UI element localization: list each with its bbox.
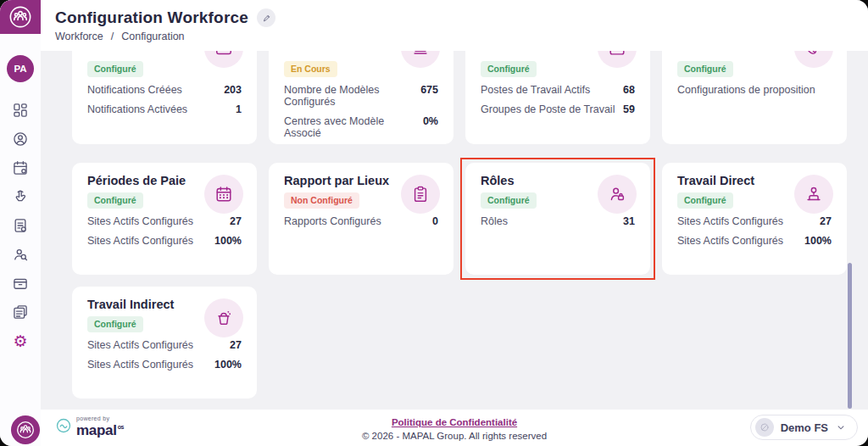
card-periodes-paie[interactable]: Périodes de Paie Configuré Sites Actifs …	[72, 163, 257, 275]
edit-title-button[interactable]	[257, 8, 275, 27]
stat-row: Postes de Travail Actifs 68	[481, 84, 635, 96]
sidebar-item-documents[interactable]	[11, 303, 30, 321]
stat-row: Sites Actifs Configurés 100%	[87, 359, 242, 371]
card-travail-direct[interactable]: Travail Direct Configuré Sites Actifs Co…	[662, 163, 847, 275]
dashboard-icon	[12, 102, 29, 119]
status-badge: Configuré	[87, 316, 143, 332]
sidebar-item-archive[interactable]	[11, 274, 30, 293]
status-badge: En Cours	[284, 61, 337, 77]
status-badge: Configuré	[677, 61, 733, 77]
bucket-icon	[204, 298, 243, 337]
app-window: PA	[0, 0, 868, 446]
breadcrumb-workforce[interactable]: Workforce	[55, 31, 103, 42]
breadcrumb: Workforce / Configuration	[55, 31, 868, 42]
bell-icon	[401, 51, 440, 68]
chevron-down-icon	[835, 421, 847, 433]
status-badge: Non Configuré	[284, 192, 359, 209]
mapal-logo-icon[interactable]	[0, 0, 41, 34]
breadcrumb-configuration: Configuration	[121, 31, 184, 42]
gear-icon: ⚙	[13, 333, 27, 349]
mapal-avatar-icon[interactable]	[11, 415, 40, 444]
status-badge: Configuré	[481, 192, 537, 209]
whisk-icon	[794, 51, 833, 68]
sidebar-item-people-search[interactable]	[11, 245, 30, 264]
card-notifications[interactable]: Configuré Notifications Créées 203 Notif…	[72, 51, 257, 144]
sidebar-item-settings[interactable]: ⚙	[11, 332, 30, 350]
page-title: Configuration Workforce	[55, 8, 248, 27]
sidebar: PA	[0, 0, 41, 446]
archive-icon	[12, 275, 29, 292]
tenant-selector[interactable]: Demo FS	[750, 415, 858, 440]
copyright-text: © 2026 - MAPAL Group. All rights reserve…	[41, 431, 868, 441]
card-modeles[interactable]: En Cours Nombre de Modèles Configurés 67…	[269, 51, 453, 144]
stat-row: Sites Actifs Configurés 100%	[677, 235, 832, 247]
card-propositions[interactable]: Configuré Configurations de proposition	[662, 51, 847, 144]
card-postes-travail[interactable]: Configuré Postes de Travail Actifs 68 Gr…	[465, 51, 650, 144]
tenant-logo-placeholder-icon	[755, 418, 774, 437]
page-header: Configuration Workforce Workforce / Conf…	[41, 0, 868, 51]
sidebar-item-profile[interactable]	[11, 130, 30, 148]
breadcrumb-separator: /	[111, 31, 114, 42]
card-roles[interactable]: Rôles Configuré Rôles 31	[465, 163, 650, 275]
sidebar-item-reports[interactable]	[11, 216, 30, 235]
hand-tap-icon	[12, 188, 29, 205]
stat-row: Sites Actifs Configurés 27	[87, 339, 242, 351]
stat-row: Nombre de Modèles Configurés 675	[284, 84, 438, 108]
status-badge: Configuré	[87, 61, 143, 77]
mail-icon	[204, 51, 243, 68]
stat-row: Notifications Créées 203	[87, 84, 242, 96]
calendar-icon	[204, 175, 243, 214]
pencil-icon	[262, 14, 271, 23]
privacy-policy-link[interactable]: Politique de Confidentialité	[392, 417, 517, 427]
file-gear-icon	[12, 217, 29, 234]
stat-row: Sites Actifs Configurés 27	[677, 215, 832, 227]
documents-icon	[12, 304, 29, 321]
user-lock-icon	[598, 175, 637, 214]
calendar-gear-icon	[12, 159, 29, 176]
stat-row: Sites Actifs Configurés 100%	[87, 235, 242, 247]
stat-row: Groupes de Poste de Travail 59	[481, 103, 635, 115]
tenant-name: Demo FS	[781, 421, 828, 434]
page-footer: powered by mapalos Politique de Confiden…	[41, 410, 868, 446]
clipboard-icon	[401, 175, 440, 214]
card-rapport-lieux[interactable]: Rapport par Lieux Non Configuré Rapports…	[269, 163, 453, 275]
user-circle-icon	[12, 131, 29, 148]
status-badge: Configuré	[677, 192, 733, 209]
scrollbar-thumb[interactable]	[848, 263, 852, 409]
content-area: Configuré Notifications Créées 203 Notif…	[41, 51, 868, 410]
stat-row: Sites Actifs Configurés 27	[87, 215, 242, 227]
sidebar-item-approvals[interactable]	[11, 187, 30, 206]
card-travail-indirect[interactable]: Travail Indirect Configuré Sites Actifs …	[72, 287, 257, 399]
sidebar-item-schedule[interactable]	[11, 159, 30, 177]
avatar[interactable]: PA	[7, 55, 34, 82]
user-search-icon	[12, 246, 29, 263]
briefcase-icon	[598, 51, 637, 68]
stat-row: Rapports Configurés 0	[284, 215, 438, 227]
stat-row: Configurations de proposition	[677, 84, 832, 96]
user-desk-icon	[794, 175, 833, 214]
stat-row: Rôles 31	[481, 215, 635, 227]
sidebar-item-dashboard[interactable]	[11, 101, 30, 120]
stat-row: Notifications Activées 1	[87, 103, 242, 115]
status-badge: Configuré	[481, 61, 537, 77]
status-badge: Configuré	[87, 192, 143, 209]
stat-row: Centres avec Modèle Associé 0%	[284, 115, 438, 139]
